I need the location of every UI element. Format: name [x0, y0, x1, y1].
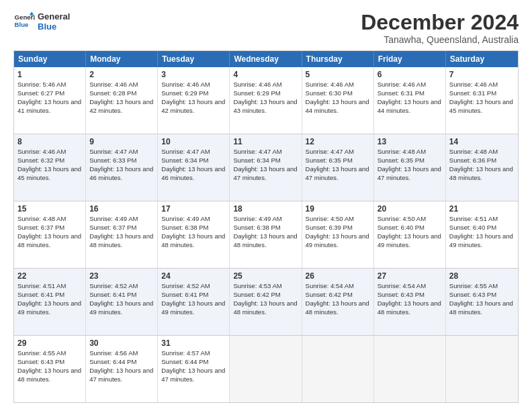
sunset-text: Sunset: 6:34 PM [161, 156, 226, 165]
daylight-text: Daylight: 13 hours and 49 minutes. [17, 300, 82, 317]
day-number: 29 [17, 338, 82, 349]
sunrise-text: Sunrise: 4:47 AM [306, 148, 370, 156]
day-cell-6: 6Sunrise: 4:46 AMSunset: 6:31 PMDaylight… [374, 67, 446, 134]
sunrise-text: Sunrise: 4:50 AM [306, 215, 370, 224]
main-title: December 2024 [361, 11, 519, 34]
calendar-row-2: 8Sunrise: 4:46 AMSunset: 6:32 PMDaylight… [14, 134, 518, 201]
day-cell-13: 13Sunrise: 4:48 AMSunset: 6:35 PMDayligh… [374, 134, 446, 201]
subtitle: Tanawha, Queensland, Australia [361, 34, 519, 45]
daylight-text: Daylight: 13 hours and 45 minutes. [17, 165, 82, 183]
sunset-text: Sunset: 6:41 PM [161, 291, 226, 300]
daylight-text: Daylight: 13 hours and 49 minutes. [161, 300, 226, 317]
sunset-text: Sunset: 6:40 PM [378, 224, 442, 232]
day-cell-2: 2Sunrise: 4:46 AMSunset: 6:28 PMDaylight… [86, 67, 158, 134]
empty-cell [446, 336, 518, 402]
sunset-text: Sunset: 6:43 PM [17, 358, 82, 367]
sunrise-text: Sunrise: 4:49 AM [89, 215, 154, 224]
day-number: 15 [17, 203, 82, 214]
empty-cell [230, 336, 302, 402]
sunset-text: Sunset: 6:30 PM [306, 89, 370, 98]
sunrise-text: Sunrise: 4:49 AM [233, 215, 298, 224]
daylight-text: Daylight: 13 hours and 47 minutes. [233, 165, 298, 183]
sunset-text: Sunset: 6:39 PM [306, 224, 370, 232]
sunrise-text: Sunrise: 4:49 AM [161, 215, 226, 224]
day-number: 28 [449, 271, 515, 281]
daylight-text: Daylight: 13 hours and 47 minutes. [306, 165, 370, 183]
day-number: 9 [89, 136, 154, 147]
sunrise-text: Sunrise: 4:46 AM [378, 81, 442, 89]
day-cell-3: 3Sunrise: 4:46 AMSunset: 6:29 PMDaylight… [158, 67, 230, 134]
sunset-text: Sunset: 6:29 PM [161, 89, 226, 98]
daylight-text: Daylight: 13 hours and 48 minutes. [89, 232, 154, 250]
calendar-row-3: 15Sunrise: 4:48 AMSunset: 6:37 PMDayligh… [14, 201, 518, 268]
sunset-text: Sunset: 6:37 PM [89, 224, 154, 232]
day-number: 16 [89, 203, 154, 214]
header-day-friday: Friday [374, 51, 446, 67]
calendar-body: 1Sunrise: 5:46 AMSunset: 6:27 PMDaylight… [14, 67, 518, 402]
empty-cell [374, 336, 446, 402]
day-number: 4 [233, 69, 298, 80]
day-cell-21: 21Sunrise: 4:51 AMSunset: 6:40 PMDayligh… [446, 201, 518, 268]
sunset-text: Sunset: 6:41 PM [89, 291, 154, 300]
daylight-text: Daylight: 13 hours and 42 minutes. [89, 98, 154, 116]
day-number: 1 [17, 69, 82, 80]
sunset-text: Sunset: 6:43 PM [449, 291, 515, 300]
sunrise-text: Sunrise: 4:48 AM [449, 148, 515, 156]
sunset-text: Sunset: 6:36 PM [449, 156, 515, 165]
calendar-row-1: 1Sunrise: 5:46 AMSunset: 6:27 PMDaylight… [14, 67, 518, 134]
day-cell-29: 29Sunrise: 4:55 AMSunset: 6:43 PMDayligh… [14, 336, 86, 402]
day-cell-8: 8Sunrise: 4:46 AMSunset: 6:32 PMDaylight… [14, 134, 86, 201]
day-cell-4: 4Sunrise: 4:46 AMSunset: 6:29 PMDaylight… [230, 67, 302, 134]
sunrise-text: Sunrise: 5:46 AM [17, 81, 82, 89]
day-number: 25 [233, 271, 298, 281]
sunrise-text: Sunrise: 4:51 AM [17, 282, 82, 291]
sunset-text: Sunset: 6:35 PM [378, 156, 442, 165]
sunrise-text: Sunrise: 4:46 AM [233, 81, 298, 89]
empty-cell [302, 336, 374, 402]
sunset-text: Sunset: 6:28 PM [89, 89, 154, 98]
sunrise-text: Sunrise: 4:47 AM [233, 148, 298, 156]
daylight-text: Daylight: 13 hours and 47 minutes. [89, 367, 154, 384]
day-cell-15: 15Sunrise: 4:48 AMSunset: 6:37 PMDayligh… [14, 201, 86, 268]
daylight-text: Daylight: 13 hours and 44 minutes. [378, 98, 442, 116]
logo-icon: General Blue [13, 11, 35, 32]
calendar-header: SundayMondayTuesdayWednesdayThursdayFrid… [14, 51, 518, 67]
sunrise-text: Sunrise: 4:46 AM [89, 81, 154, 89]
sunrise-text: Sunrise: 4:46 AM [306, 81, 370, 89]
day-number: 26 [306, 271, 370, 281]
sunset-text: Sunset: 6:31 PM [449, 89, 515, 98]
day-cell-30: 30Sunrise: 4:56 AMSunset: 6:44 PMDayligh… [86, 336, 158, 402]
day-cell-16: 16Sunrise: 4:49 AMSunset: 6:37 PMDayligh… [86, 201, 158, 268]
daylight-text: Daylight: 13 hours and 42 minutes. [161, 98, 226, 116]
day-number: 17 [161, 203, 226, 214]
daylight-text: Daylight: 13 hours and 45 minutes. [449, 98, 515, 116]
daylight-text: Daylight: 13 hours and 48 minutes. [449, 165, 515, 183]
daylight-text: Daylight: 13 hours and 41 minutes. [17, 98, 82, 116]
day-number: 12 [306, 136, 370, 147]
sunrise-text: Sunrise: 4:48 AM [17, 215, 82, 224]
day-number: 2 [89, 69, 154, 80]
sunset-text: Sunset: 6:29 PM [233, 89, 298, 98]
daylight-text: Daylight: 13 hours and 48 minutes. [17, 367, 82, 384]
day-number: 8 [17, 136, 82, 147]
day-number: 30 [89, 338, 154, 349]
header-day-saturday: Saturday [446, 51, 518, 67]
sunset-text: Sunset: 6:42 PM [306, 291, 370, 300]
day-cell-22: 22Sunrise: 4:51 AMSunset: 6:41 PMDayligh… [14, 269, 86, 335]
daylight-text: Daylight: 13 hours and 48 minutes. [306, 300, 370, 317]
logo-line2: Blue [38, 21, 70, 32]
day-cell-25: 25Sunrise: 4:53 AMSunset: 6:42 PMDayligh… [230, 269, 302, 335]
day-number: 20 [378, 203, 442, 214]
day-cell-28: 28Sunrise: 4:55 AMSunset: 6:43 PMDayligh… [446, 269, 518, 335]
header-day-thursday: Thursday [302, 51, 374, 67]
daylight-text: Daylight: 13 hours and 43 minutes. [233, 98, 298, 116]
sunset-text: Sunset: 6:27 PM [17, 89, 82, 98]
daylight-text: Daylight: 13 hours and 48 minutes. [233, 232, 298, 250]
sunset-text: Sunset: 6:34 PM [233, 156, 298, 165]
day-number: 23 [89, 271, 154, 281]
day-cell-7: 7Sunrise: 4:46 AMSunset: 6:31 PMDaylight… [446, 67, 518, 134]
day-cell-19: 19Sunrise: 4:50 AMSunset: 6:39 PMDayligh… [302, 201, 374, 268]
sunrise-text: Sunrise: 4:50 AM [378, 215, 442, 224]
day-cell-26: 26Sunrise: 4:54 AMSunset: 6:42 PMDayligh… [302, 269, 374, 335]
day-number: 27 [378, 271, 442, 281]
